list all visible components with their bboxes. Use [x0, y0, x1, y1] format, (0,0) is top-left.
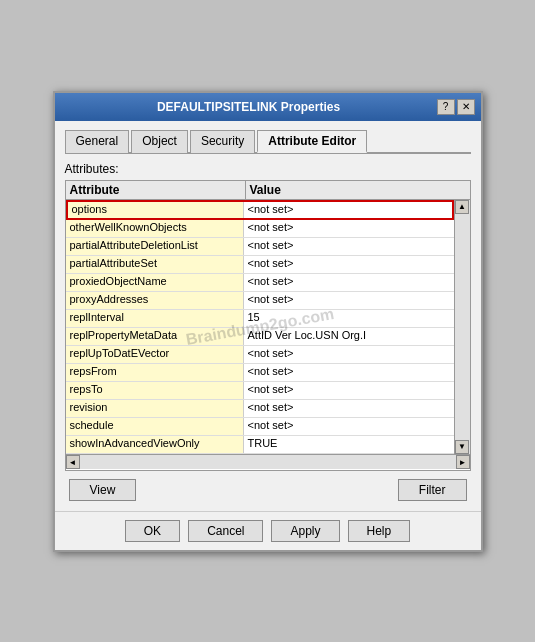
dialog-window: DEFAULTIPSITELINK Properties ? ✕ General…	[53, 91, 483, 552]
cell-attribute: otherWellKnownObjects	[66, 220, 244, 237]
horiz-scroll-track	[80, 455, 456, 469]
scroll-track	[455, 214, 470, 440]
action-buttons: View Filter	[65, 479, 471, 501]
cell-value: <not set>	[244, 364, 454, 381]
tab-general[interactable]: General	[65, 130, 130, 153]
cell-value: <not set>	[244, 220, 454, 237]
attributes-label: Attributes:	[65, 162, 471, 176]
scroll-up-button[interactable]: ▲	[455, 200, 469, 214]
cell-attribute: proxiedObjectName	[66, 274, 244, 291]
vertical-scrollbar[interactable]: ▲ ▼	[454, 200, 470, 454]
dialog-body: General Object Security Attribute Editor…	[55, 121, 481, 507]
cell-attribute: partialAttributeSet	[66, 256, 244, 273]
title-bar: DEFAULTIPSITELINK Properties ? ✕	[55, 93, 481, 121]
scroll-down-button[interactable]: ▼	[455, 440, 469, 454]
view-button[interactable]: View	[69, 479, 137, 501]
cell-value: <not set>	[244, 292, 454, 309]
table-row[interactable]: proxiedObjectName <not set>	[66, 274, 454, 292]
cell-attribute: partialAttributeDeletionList	[66, 238, 244, 255]
cell-value: <not set>	[244, 238, 454, 255]
table-row[interactable]: showInAdvancedViewOnly TRUE	[66, 436, 454, 454]
col-header-value: Value	[246, 181, 454, 199]
cell-attribute: replPropertyMetaData	[66, 328, 244, 345]
cell-attribute: replInterval	[66, 310, 244, 327]
tab-attribute-editor[interactable]: Attribute Editor	[257, 130, 367, 153]
table-row[interactable]: schedule <not set>	[66, 418, 454, 436]
cell-attribute: repsFrom	[66, 364, 244, 381]
cell-value: 15	[244, 310, 454, 327]
cell-value: <not set>	[244, 274, 454, 291]
table-with-scroll: Braindump2go.com options <not set> other…	[66, 200, 470, 454]
col-header-attribute: Attribute	[66, 181, 246, 199]
cell-value: <not set>	[244, 346, 454, 363]
table-row[interactable]: repsFrom <not set>	[66, 364, 454, 382]
rows-container: Braindump2go.com options <not set> other…	[66, 200, 454, 454]
table-row[interactable]: replInterval 15	[66, 310, 454, 328]
help-button[interactable]: Help	[348, 520, 411, 542]
tab-strip: General Object Security Attribute Editor	[65, 129, 471, 154]
table-header: Attribute Value	[66, 181, 470, 200]
cell-attribute: replUpToDatEVector	[66, 346, 244, 363]
scroll-spacer	[454, 181, 470, 199]
table-row[interactable]: partialAttributeSet <not set>	[66, 256, 454, 274]
cell-value: <not set>	[244, 256, 454, 273]
tab-security[interactable]: Security	[190, 130, 255, 153]
close-title-button[interactable]: ✕	[457, 99, 475, 115]
tab-object[interactable]: Object	[131, 130, 188, 153]
filter-button[interactable]: Filter	[398, 479, 467, 501]
cell-value: <not set>	[244, 202, 452, 218]
table-row[interactable]: partialAttributeDeletionList <not set>	[66, 238, 454, 256]
cell-value: TRUE	[244, 436, 454, 453]
scroll-right-button[interactable]: ►	[456, 455, 470, 469]
table-row[interactable]: replUpToDatEVector <not set>	[66, 346, 454, 364]
cell-attribute: options	[68, 202, 244, 218]
help-title-button[interactable]: ?	[437, 99, 455, 115]
cell-attribute: schedule	[66, 418, 244, 435]
footer-buttons: OK Cancel Apply Help	[55, 511, 481, 550]
cell-value: <not set>	[244, 418, 454, 435]
table-row[interactable]: options <not set>	[66, 200, 454, 220]
cell-value: AttID Ver Loc.USN Org.I	[244, 328, 454, 345]
table-row[interactable]: otherWellKnownObjects <not set>	[66, 220, 454, 238]
cell-attribute: proxyAddresses	[66, 292, 244, 309]
table-row[interactable]: revision <not set>	[66, 400, 454, 418]
table-row[interactable]: replPropertyMetaData AttID Ver Loc.USN O…	[66, 328, 454, 346]
cancel-button[interactable]: Cancel	[188, 520, 263, 542]
cell-value: <not set>	[244, 400, 454, 417]
ok-button[interactable]: OK	[125, 520, 180, 542]
apply-button[interactable]: Apply	[271, 520, 339, 542]
cell-value: <not set>	[244, 382, 454, 399]
cell-attribute: showInAdvancedViewOnly	[66, 436, 244, 453]
cell-attribute: revision	[66, 400, 244, 417]
horizontal-scrollbar[interactable]: ◄ ►	[66, 454, 470, 470]
table-row[interactable]: proxyAddresses <not set>	[66, 292, 454, 310]
table-row[interactable]: repsTo <not set>	[66, 382, 454, 400]
dialog-title: DEFAULTIPSITELINK Properties	[61, 100, 437, 114]
title-controls: ? ✕	[437, 99, 475, 115]
cell-attribute: repsTo	[66, 382, 244, 399]
scroll-left-button[interactable]: ◄	[66, 455, 80, 469]
attributes-table: Attribute Value Braindump2go.com options…	[65, 180, 471, 471]
